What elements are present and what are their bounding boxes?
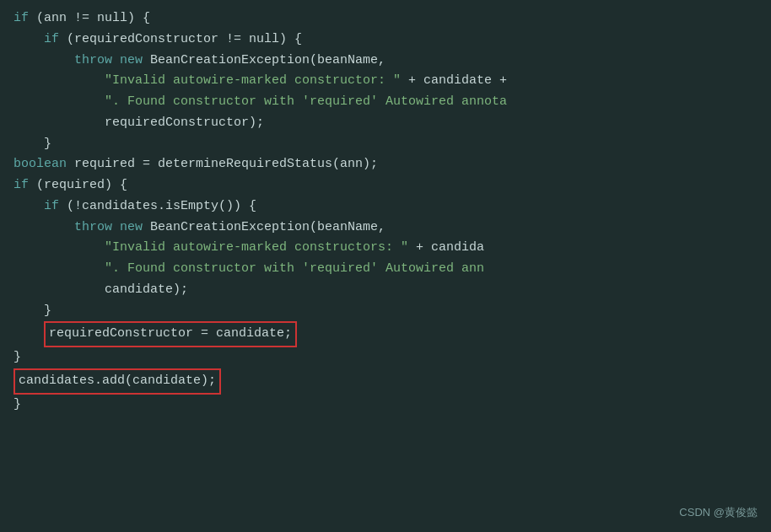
code-line: ". Found constructor with 'required' Aut… [0,259,771,280]
code-line: requiredConstructor = candidate; [0,321,771,347]
code-line: "Invalid autowire-marked constructors: "… [0,238,771,259]
code-line: "Invalid autowire-marked constructor: " … [0,71,771,92]
code-line: throw new BeanCreationException(beanName… [0,218,771,239]
code-line: boolean required = determineRequiredStat… [0,154,771,175]
code-line: candidate); [0,280,771,301]
code-line: if (ann != null) { [0,8,771,30]
code-line: if (required) { [0,175,771,196]
code-line: if (!candidates.isEmpty()) { [0,196,771,218]
code-line: candidates.add(candidate); [0,368,771,395]
code-block: if (ann != null) { if (requiredConstruct… [0,0,771,532]
watermark: CSDN @黄俊懿 [679,504,758,522]
code-line: throw new BeanCreationException(beanName… [0,51,771,72]
code-line: } [0,134,771,155]
code-line: if (requiredConstructor != null) { [0,30,771,51]
code-line: } [0,395,771,416]
code-line: } [0,301,771,322]
code-line: ". Found constructor with 'required' Aut… [0,92,771,113]
code-line: requiredConstructor); [0,113,771,134]
code-line: } [0,347,771,368]
